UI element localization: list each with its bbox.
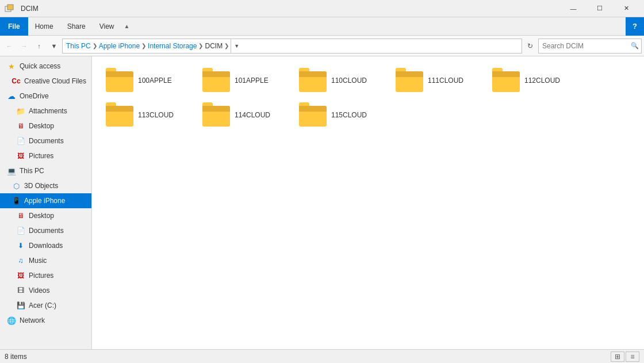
folder-item-f4[interactable]: 111CLOUD [391, 66, 483, 95]
sidebar-item-this-pc[interactable]: 💻 This PC [0, 163, 91, 178]
path-chevron-4: ❯ [224, 43, 229, 49]
title-bar: DCIM — ☐ ✕ [0, 0, 644, 17]
title-bar-icons [5, 4, 14, 13]
path-chevron-1: ❯ [93, 43, 97, 49]
minimize-button[interactable]: — [560, 0, 586, 17]
sidebar-item-3d-objects[interactable]: ⬡ 3D Objects [0, 178, 91, 193]
sidebar-item-quick-access[interactable]: ★ Quick access [0, 59, 91, 74]
folder-item-f5[interactable]: 112CLOUD [488, 66, 580, 95]
drive-icon: 💾 [16, 301, 25, 310]
sidebar-label-pictures2: Pictures [29, 272, 53, 280]
sidebar-item-apple-iphone[interactable]: 📱 Apple iPhone [0, 193, 91, 208]
sidebar-label-videos: Videos [29, 286, 49, 295]
sidebar-item-acer-c[interactable]: 💾 Acer (C:) [0, 298, 91, 313]
sidebar: ★ Quick access Cc Creative Cloud Files ☁… [0, 56, 92, 349]
sidebar-label-documents1: Documents [29, 137, 64, 145]
folder-item-f2[interactable]: 101APPLE [198, 66, 290, 95]
grid-view-button[interactable]: ⊞ [611, 351, 624, 362]
view-controls: ⊞ ≡ [611, 351, 639, 362]
folder-item-f3[interactable]: 110CLOUD [294, 66, 386, 95]
close-button[interactable]: ✕ [613, 0, 639, 17]
folder-name: 101APPLE [235, 77, 269, 85]
sidebar-label-desktop2: Desktop [29, 212, 54, 220]
path-apple-iphone[interactable]: Apple iPhone [99, 42, 140, 50]
folder-item-f8[interactable]: 115CLOUD [294, 100, 386, 130]
folder-name: 111CLOUD [428, 77, 463, 85]
maximize-button[interactable]: ☐ [586, 0, 613, 17]
sidebar-item-pictures2[interactable]: 🖼 Pictures [0, 268, 91, 283]
window-icon [5, 4, 14, 13]
path-internal-storage[interactable]: Internal Storage [148, 42, 197, 50]
iphone-icon: 📱 [12, 196, 21, 205]
sidebar-label-onedrive: OneDrive [20, 92, 49, 100]
sidebar-label-3d-objects: 3D Objects [24, 182, 58, 190]
search-icon: 🔍 [631, 42, 639, 49]
sidebar-item-onedrive[interactable]: ☁ OneDrive [0, 89, 91, 104]
tab-view[interactable]: View [93, 17, 121, 36]
path-this-pc[interactable]: This PC [66, 42, 91, 50]
sidebar-label-apple-iphone: Apple iPhone [24, 197, 65, 205]
sidebar-item-desktop2[interactable]: 🖥 Desktop [0, 208, 91, 223]
search-box: 🔍 [538, 39, 642, 54]
svg-rect-1 [7, 5, 13, 10]
sidebar-item-desktop1[interactable]: 🖥 Desktop [0, 119, 91, 133]
folder-item-f1[interactable]: 100APPLE [101, 66, 193, 95]
address-path[interactable]: This PC ❯ Apple iPhone ❯ Internal Storag… [62, 39, 522, 54]
sidebar-label-network: Network [20, 316, 45, 324]
folder-icon-attachments: 📁 [16, 106, 25, 116]
sidebar-item-music[interactable]: ♫ Music [0, 253, 91, 268]
recent-locations-button[interactable]: ▼ [47, 39, 61, 54]
main-layout: ★ Quick access Cc Creative Cloud Files ☁… [0, 56, 644, 349]
sidebar-item-pictures1[interactable]: 🖼 Pictures [0, 148, 91, 163]
ribbon: File Home Share View ▲ ? [0, 17, 644, 36]
folder-name: 114CLOUD [235, 111, 270, 119]
folder-icon [299, 104, 327, 127]
this-pc-icon: 💻 [7, 166, 16, 175]
folder-icon [106, 104, 133, 127]
ribbon-collapse-icon[interactable]: ▲ [121, 17, 133, 36]
list-view-button[interactable]: ≡ [626, 351, 639, 362]
tab-share[interactable]: Share [60, 17, 93, 36]
pictures-icon-2: 🖼 [16, 271, 25, 280]
sidebar-label-this-pc: This PC [20, 167, 44, 175]
sidebar-label-desktop1: Desktop [29, 122, 54, 130]
folder-icon [202, 69, 230, 92]
path-chevron-3: ❯ [198, 43, 203, 49]
folder-name: 113CLOUD [138, 111, 174, 119]
search-input[interactable] [542, 42, 628, 50]
help-button[interactable]: ? [626, 17, 644, 36]
sidebar-item-downloads[interactable]: ⬇ Downloads [0, 238, 91, 253]
sidebar-label-attachments: Attachments [29, 107, 67, 115]
network-icon: 🌐 [7, 316, 16, 325]
sidebar-item-creative-cloud[interactable]: Cc Creative Cloud Files [0, 74, 91, 89]
folder-icon [396, 69, 423, 92]
tab-home[interactable]: Home [28, 17, 60, 36]
sidebar-label-acer-c: Acer (C:) [29, 301, 56, 309]
up-button[interactable]: ↑ [32, 39, 46, 54]
sidebar-item-attachments[interactable]: 📁 Attachments [0, 104, 91, 119]
sidebar-item-documents2[interactable]: 📄 Documents [0, 223, 91, 238]
forward-button[interactable]: → [17, 39, 31, 54]
sidebar-item-videos[interactable]: 🎞 Videos [0, 283, 91, 298]
onedrive-icon: ☁ [7, 91, 16, 101]
folder-name: 100APPLE [138, 77, 172, 85]
file-tab[interactable]: File [0, 17, 28, 36]
folder-item-f7[interactable]: 114CLOUD [198, 100, 290, 130]
window-controls: — ☐ ✕ [560, 0, 639, 17]
path-chevron-2: ❯ [141, 43, 146, 49]
sidebar-label-downloads: Downloads [29, 242, 63, 250]
path-dcim[interactable]: DCIM [205, 42, 223, 50]
sidebar-item-network[interactable]: 🌐 Network [0, 313, 91, 328]
path-dropdown-button[interactable]: ▼ [231, 39, 242, 54]
sidebar-item-documents1[interactable]: 📄 Documents [0, 133, 91, 148]
refresh-button[interactable]: ↻ [523, 39, 537, 54]
address-bar: ← → ↑ ▼ This PC ❯ Apple iPhone ❯ Interna… [0, 36, 644, 56]
pictures-icon-1: 🖼 [16, 151, 25, 161]
star-icon: ★ [7, 62, 16, 71]
folder-name: 115CLOUD [331, 111, 367, 119]
back-button[interactable]: ← [2, 39, 16, 54]
folder-icon [299, 69, 327, 92]
folder-item-f6[interactable]: 113CLOUD [101, 100, 193, 130]
content-area: 100APPLE 101APPLE 110CLOUD 111CLOUD 112C… [92, 56, 644, 349]
music-icon: ♫ [16, 256, 25, 265]
